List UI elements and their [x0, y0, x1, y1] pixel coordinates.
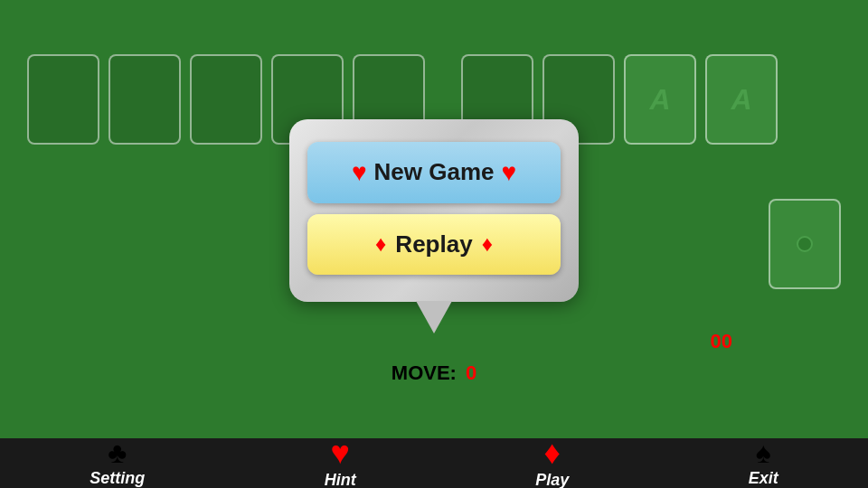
hint-button[interactable]: ♥ Hint — [325, 436, 356, 488]
modal-overlay: ♥ New Game ♥ ♦ Replay ♦ — [0, 0, 868, 438]
diamond-bottom-icon: ♦ — [544, 436, 561, 469]
setting-label: Setting — [90, 469, 145, 488]
heart-icon-right: ♥ — [501, 158, 516, 187]
play-button[interactable]: ♦ Play — [535, 436, 569, 488]
replay-button[interactable]: ♦ Replay ♦ — [307, 214, 561, 275]
heart-icon-left: ♥ — [352, 158, 367, 187]
play-label: Play — [535, 471, 569, 488]
diamond-icon-right: ♦ — [482, 231, 493, 257]
spade-icon: ♠ — [756, 438, 771, 467]
game-board: A A 00 MOVE: 0 ♥ New Game ♥ ♦ Replay ♦ — [0, 0, 868, 488]
exit-button[interactable]: ♠ Exit — [749, 438, 778, 488]
replay-label: Replay — [395, 230, 472, 258]
hint-label: Hint — [325, 471, 356, 488]
diamond-icon-left: ♦ — [375, 231, 386, 257]
bottom-bar: ♣ Setting ♥ Hint ♦ Play ♠ Exit — [0, 438, 868, 488]
heart-bottom-icon: ♥ — [331, 436, 350, 469]
setting-button[interactable]: ♣ Setting — [90, 438, 145, 488]
exit-label: Exit — [749, 469, 778, 488]
club-icon: ♣ — [108, 438, 127, 467]
new-game-label: New Game — [374, 158, 495, 186]
new-game-button[interactable]: ♥ New Game ♥ — [307, 142, 561, 203]
game-modal: ♥ New Game ♥ ♦ Replay ♦ — [289, 119, 579, 302]
